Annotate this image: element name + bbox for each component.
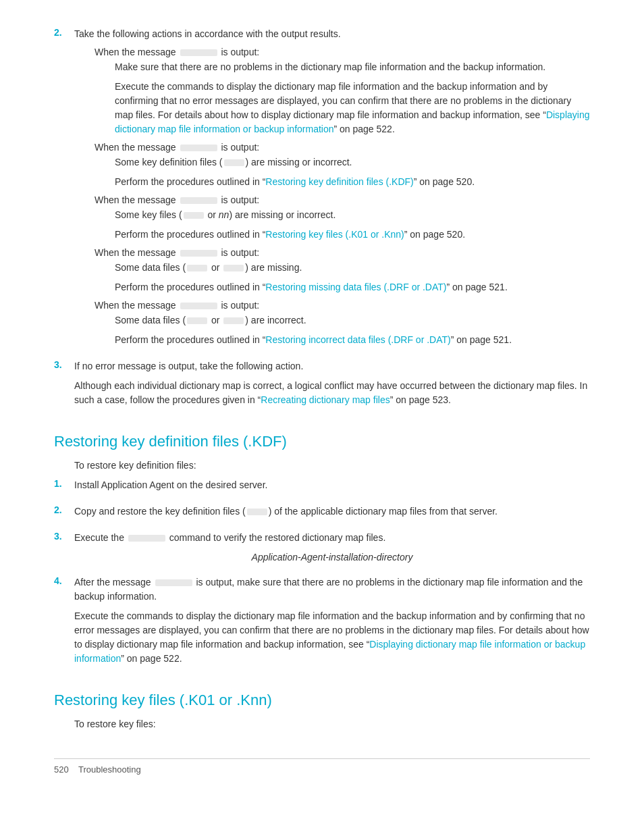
when-3-text2: Perform the procedures outlined in “Rest… — [115, 228, 590, 242]
step-3-number: 3. — [54, 359, 74, 413]
kdf-step-3-number: 3. — [54, 531, 74, 569]
section-kdf-intro: To restore key definition files: — [74, 459, 590, 473]
step-2: 2. Take the following actions in accorda… — [54, 27, 590, 353]
step-3-para1: Although each individual dictionary map … — [74, 379, 590, 407]
when-block-1: When the message is output: Make sure th… — [95, 47, 590, 136]
when-2-text1: Some key definition files () are missing… — [115, 155, 590, 170]
indent-block-5a: Some data files ( or ) are incorrect. Pe… — [115, 313, 590, 347]
kdf-step-3-content: Execute the command to verify the restor… — [74, 531, 590, 569]
link-restoring-drf-incorrect[interactable]: Restoring incorrect data files (.DRF or … — [265, 334, 450, 345]
step-2-text: Take the following actions in accordance… — [74, 27, 590, 41]
step-2-number: 2. — [54, 27, 74, 353]
step-2-content: Take the following actions in accordance… — [74, 27, 590, 353]
when-line-3: When the message is output: — [95, 194, 590, 205]
link-recreating-dictionary[interactable]: Recreating dictionary map files — [261, 394, 390, 405]
footer-text: Troubleshooting — [78, 764, 141, 775]
kdf-step-1-content: Install Application Agent on the desired… — [74, 478, 590, 498]
kdf-step-4-text1: After the message is output, make sure t… — [74, 575, 590, 604]
when-block-2: When the message is output: Some key def… — [95, 142, 590, 189]
kdf-step-4-text2: Execute the commands to display the dict… — [74, 609, 590, 666]
step-3: 3. If no error message is output, take t… — [54, 359, 590, 413]
section-knn-heading: Restoring key files (.K01 or .Knn) — [54, 692, 590, 709]
kdf-step-2-text: Copy and restore the key definition file… — [74, 504, 590, 519]
section-kdf-heading: Restoring key definition files (.KDF) — [54, 433, 590, 450]
kdf-step-2-number: 2. — [54, 504, 74, 524]
kdf-step-1-text: Install Application Agent on the desired… — [74, 478, 590, 492]
when-4-text1: Some data files ( or ) are missing. — [115, 261, 590, 275]
when-line-5: When the message is output: — [95, 300, 590, 311]
kdf-step-3: 3. Execute the command to verify the res… — [54, 531, 590, 569]
kdf-step-2: 2. Copy and restore the key definition f… — [54, 504, 590, 524]
kdf-step-3-text: Execute the command to verify the restor… — [74, 531, 590, 545]
when-3-text1: Some key files ( or nn) are missing or i… — [115, 208, 590, 222]
kdf-step-1-number: 1. — [54, 478, 74, 498]
link-restoring-kdf[interactable]: Restoring key definition files (.KDF) — [265, 176, 413, 187]
link-restoring-k01[interactable]: Restoring key files (.K01 or .Knn) — [265, 229, 404, 240]
when-line-4: When the message is output: — [95, 247, 590, 258]
when-block-3: When the message is output: Some key fil… — [95, 194, 590, 242]
kdf-step-2-content: Copy and restore the key definition file… — [74, 504, 590, 524]
kdf-step-4-number: 4. — [54, 575, 74, 671]
when-block-4: When the message is output: Some data fi… — [95, 247, 590, 294]
when-line-1: When the message is output: — [95, 47, 590, 57]
when-block-5: When the message is output: Some data fi… — [95, 300, 590, 347]
step-3-text: If no error message is output, take the … — [74, 359, 590, 373]
when-2-text2: Perform the procedures outlined in “Rest… — [115, 175, 590, 189]
link-displaying-1[interactable]: Displaying dictionary map file informati… — [115, 109, 589, 134]
link-restoring-drf-missing[interactable]: Restoring missing data files (.DRF or .D… — [265, 282, 446, 292]
footer: 520 Troubleshooting — [54, 758, 590, 775]
section-knn-intro: To restore key files: — [74, 717, 590, 731]
step-3-content: If no error message is output, take the … — [74, 359, 590, 413]
when-label-1: When the message is output: — [95, 47, 259, 57]
link-displaying-2[interactable]: Displaying dictionary map file informati… — [74, 639, 585, 664]
when-4-text2: Perform the procedures outlined in “Rest… — [115, 280, 590, 294]
when-1-text1: Make sure that there are no problems in … — [115, 60, 590, 74]
kdf-step-1: 1. Install Application Agent on the desi… — [54, 478, 590, 498]
indent-block-3a: Some key files ( or nn) are missing or i… — [115, 208, 590, 242]
indent-block-2a: Some key definition files () are missing… — [115, 155, 590, 189]
kdf-step-4: 4. After the message is output, make sur… — [54, 575, 590, 671]
when-5-text1: Some data files ( or ) are incorrect. — [115, 313, 590, 328]
when-5-text2: Perform the procedures outlined in “Rest… — [115, 333, 590, 347]
kdf-step-4-content: After the message is output, make sure t… — [74, 575, 590, 671]
when-label-2: When the message is output: — [95, 142, 259, 153]
kdf-step-3-italic: Application-Agent-installation-directory — [74, 550, 590, 565]
when-label-5: When the message is output: — [95, 300, 259, 311]
when-label-4: When the message is output: — [95, 247, 259, 258]
footer-page: 520 — [54, 764, 69, 775]
indent-block-4a: Some data files ( or ) are missing. Perf… — [115, 261, 590, 294]
when-label-3: When the message is output: — [95, 194, 259, 205]
when-1-text2: Execute the commands to display the dict… — [115, 80, 590, 136]
indent-block-1a: Make sure that there are no problems in … — [115, 60, 590, 136]
when-line-2: When the message is output: — [95, 142, 590, 153]
